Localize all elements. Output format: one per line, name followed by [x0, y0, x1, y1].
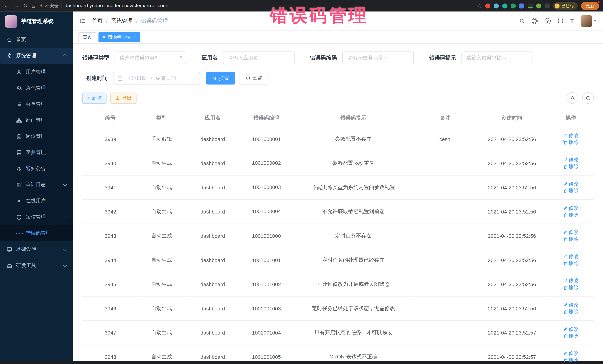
trash-icon: [563, 334, 568, 338]
toggle-search-button[interactable]: [567, 92, 578, 104]
delete-link[interactable]: 删除: [563, 357, 579, 364]
delete-link[interactable]: 删除: [563, 187, 579, 194]
edit-link[interactable]: 修改: [563, 156, 579, 163]
sidebar-item-departments[interactable]: 部门管理: [0, 112, 73, 128]
cell-hint: 只有开启状态的任务，才可以修改: [292, 321, 415, 345]
delete-link[interactable]: 删除: [563, 333, 579, 340]
extension-icon-teal[interactable]: [502, 3, 507, 8]
edit-link[interactable]: 修改: [563, 350, 579, 357]
cell-remark: ceshi: [415, 127, 476, 151]
cell-code: 1001001001: [241, 248, 292, 272]
close-tab-icon[interactable]: ×: [133, 35, 136, 40]
end-date-placeholder[interactable]: 结束日期: [156, 75, 176, 82]
error-hint-input[interactable]: [462, 52, 533, 64]
browser-forward-icon[interactable]: →: [13, 3, 19, 9]
toolbox-icon: [7, 263, 12, 268]
sidebar-item-roles[interactable]: 角色管理: [0, 80, 73, 96]
sidebar-item-users[interactable]: 用户管理: [0, 64, 73, 80]
app-logo-row[interactable]: 芋道管理系统: [0, 11, 73, 32]
extensions-puzzle-icon[interactable]: [544, 3, 549, 8]
tab-error-codes[interactable]: 错误码管理 ×: [99, 32, 140, 42]
user-menu[interactable]: ▾: [581, 15, 596, 27]
cell-type: 自动生成: [139, 248, 185, 272]
update-notification-dot: [597, 0, 600, 3]
chevron-down-icon: [63, 263, 67, 267]
sidebar-item-audit-logs[interactable]: 审计日志: [0, 177, 73, 193]
refresh-table-button[interactable]: [582, 92, 594, 104]
delete-link[interactable]: 删除: [563, 163, 579, 170]
cell-remark: [415, 151, 476, 176]
delete-link[interactable]: 删除: [563, 212, 579, 219]
error-type-select[interactable]: [115, 52, 186, 64]
edit-link[interactable]: 修改: [563, 253, 579, 260]
cell-hint: 定时任务已经处于该状态，无需修改: [292, 296, 415, 321]
sidebar: 芋道管理系统 首页 系统管理 用户管理 角色管理: [0, 11, 73, 361]
sidebar-item-notices[interactable]: 通知公告: [0, 161, 73, 177]
breadcrumb-system[interactable]: 系统管理: [111, 17, 133, 24]
search-icon[interactable]: [519, 18, 525, 24]
col-id: 编号: [82, 109, 139, 127]
cell-id: 3939: [82, 127, 139, 151]
sidebar-item-devtools[interactable]: 研发工具: [0, 257, 73, 274]
search-button[interactable]: 搜索: [206, 72, 235, 85]
add-button[interactable]: + 新增: [82, 92, 107, 103]
sidebar-item-menus[interactable]: 菜单管理: [0, 96, 73, 112]
extension-icon-blue[interactable]: [494, 3, 499, 8]
extension-icon-on-badge[interactable]: [527, 3, 533, 8]
address-bar[interactable]: ⚠ 不安全 dashboard.yudao.iocoder.cn/system/…: [39, 2, 168, 9]
update-button[interactable]: 更新: [581, 2, 599, 10]
table-row: 3947 自动生成 dashboard 1001001004 只有开启状态的任务…: [82, 321, 594, 345]
extension-icon-grid[interactable]: [519, 3, 524, 8]
export-button[interactable]: 导出: [111, 92, 137, 103]
edit-link[interactable]: 修改: [563, 326, 579, 333]
collapse-sidebar-icon[interactable]: [80, 18, 86, 24]
delete-link[interactable]: 删除: [563, 236, 579, 243]
sidebar-item-posts[interactable]: 岗位管理: [0, 128, 73, 144]
help-icon[interactable]: ?: [545, 18, 551, 24]
sidebar-item-sms[interactable]: 短信管理: [0, 209, 73, 225]
trash-icon: [563, 310, 568, 314]
edit-link[interactable]: 修改: [563, 205, 579, 212]
sidebar-item-dictionary[interactable]: 字典管理: [0, 144, 73, 161]
security-label: 不安全: [45, 2, 59, 9]
delete-link[interactable]: 删除: [563, 284, 579, 291]
fullscreen-icon[interactable]: [557, 18, 563, 24]
delete-link[interactable]: 删除: [563, 139, 579, 146]
extension-icon-red[interactable]: [485, 3, 490, 8]
error-code-input[interactable]: [342, 52, 414, 64]
col-app: 应用名: [185, 109, 241, 127]
cell-type: 手动编辑: [139, 127, 185, 151]
table-row: 3940 自动生成 dashboard 1001000002 参数配置 key …: [82, 151, 594, 176]
sidebar-item-system-management[interactable]: 系统管理: [0, 48, 73, 64]
extension-icon-green-check[interactable]: [510, 3, 516, 8]
cell-app: dashboard: [185, 175, 241, 200]
breadcrumb-home[interactable]: 首页: [92, 17, 103, 24]
github-icon[interactable]: [532, 18, 537, 24]
font-size-icon[interactable]: T: [570, 18, 574, 24]
sidebar-item-error-codes[interactable]: </> 错误码管理: [0, 225, 73, 241]
breadcrumb: 首页 / 系统管理 / 错误码管理: [92, 17, 168, 24]
sidebar-item-online-users[interactable]: 在线用户: [0, 193, 73, 209]
start-date-placeholder[interactable]: 开始日期: [127, 75, 147, 82]
download-icon: [116, 96, 120, 100]
bookmark-star-icon[interactable]: ☆: [477, 3, 482, 9]
edit-link[interactable]: 修改: [563, 132, 579, 139]
reset-button[interactable]: 重置: [240, 72, 268, 85]
paused-badge[interactable]: 已暂停: [553, 2, 578, 9]
app-name-input[interactable]: [223, 52, 295, 64]
browser-reload-icon[interactable]: ↻: [23, 3, 27, 9]
edit-link[interactable]: 修改: [563, 277, 579, 284]
date-range-picker[interactable]: 开始日期 - 结束日期: [113, 72, 200, 85]
sidebar-item-infrastructure[interactable]: 基础设施: [0, 241, 73, 257]
extension-icon-leaf[interactable]: [536, 3, 541, 8]
delete-link[interactable]: 删除: [563, 260, 579, 267]
browser-home-icon[interactable]: ⌂: [32, 3, 35, 9]
sidebar-item-home[interactable]: 首页: [0, 32, 73, 48]
browser-back-icon[interactable]: ←: [4, 3, 9, 9]
delete-link[interactable]: 删除: [563, 309, 579, 315]
edit-link[interactable]: 修改: [563, 302, 579, 309]
tab-home[interactable]: 首页: [79, 32, 96, 42]
edit-link[interactable]: 修改: [563, 229, 579, 236]
cell-code: 1001000003: [241, 175, 292, 200]
edit-link[interactable]: 修改: [563, 180, 579, 187]
